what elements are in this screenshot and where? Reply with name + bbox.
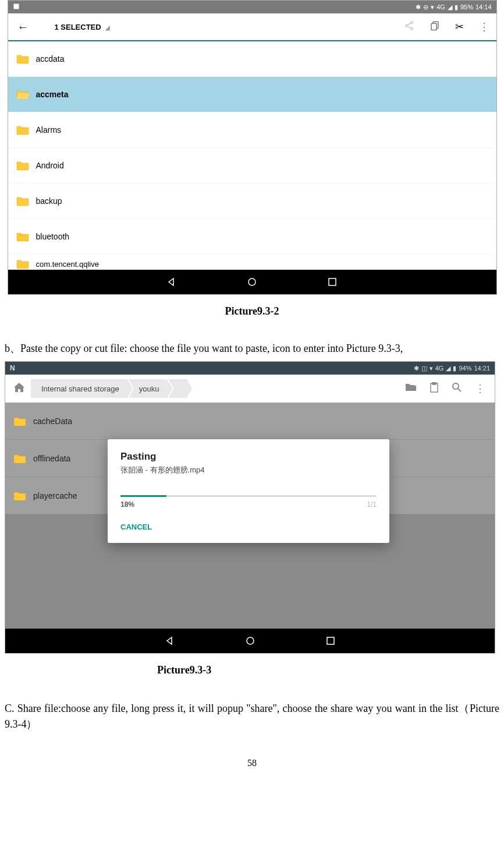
folder-label: backup — [36, 196, 62, 206]
breadcrumb-item[interactable]: Internal shared storage — [31, 379, 127, 398]
nav-recent-icon[interactable] — [327, 277, 338, 287]
svg-rect-7 — [431, 23, 436, 30]
folder-label: com.tencent.qqlive — [36, 260, 99, 269]
dropdown-icon: ◢ — [105, 24, 110, 31]
folder-list: accdata accmeta Alarms Android backup bl… — [8, 41, 496, 270]
folder-label: Alarms — [36, 125, 62, 135]
folder-label: Android — [36, 161, 64, 170]
figure-caption-1: Picture9.3-2 — [0, 305, 504, 317]
nav-recent-icon[interactable] — [325, 636, 336, 646]
bluetooth-icon: ✱ — [414, 365, 419, 372]
folder-label: accdata — [36, 54, 65, 63]
svg-rect-16 — [327, 637, 334, 644]
folder-icon — [13, 453, 26, 464]
svg-point-13 — [453, 383, 459, 389]
paragraph-c: C. Share file:choose any file, long pres… — [5, 701, 499, 732]
clock: 14:14 — [475, 3, 492, 10]
folder-icon — [16, 54, 29, 64]
copy-icon[interactable] — [430, 20, 440, 34]
bluetooth-icon: ✱ — [416, 3, 421, 11]
folder-row[interactable]: cacheData — [5, 403, 495, 440]
cell-signal-icon: ◢ — [448, 3, 452, 11]
wifi-icon: ▾ — [431, 3, 434, 11]
cell-signal-label: 4G — [436, 3, 445, 10]
dialog-title: Pasting — [120, 451, 377, 463]
progress-fill — [120, 495, 166, 497]
svg-text:+: + — [414, 383, 417, 388]
folder-icon — [16, 196, 29, 206]
more-icon[interactable]: ⋮ — [479, 20, 489, 33]
folder-label: bluetooth — [36, 232, 70, 241]
progress-bar — [120, 495, 377, 497]
nav-home-icon[interactable] — [247, 277, 257, 287]
battery-icon: ▮ — [453, 365, 456, 372]
android-nav-bar — [5, 629, 495, 653]
nav-home-icon[interactable] — [245, 636, 255, 646]
breadcrumb-item[interactable]: youku — [129, 379, 168, 398]
nav-back-icon[interactable] — [165, 636, 175, 646]
paste-icon[interactable] — [430, 382, 439, 396]
android-nav-bar — [8, 270, 496, 294]
folder-label: playercache — [33, 491, 77, 500]
folder-row[interactable]: com.tencent.qqlive — [8, 255, 496, 270]
battery-icon: ▮ — [455, 3, 458, 11]
battery-percent: 95% — [460, 3, 473, 10]
folder-row-selected[interactable]: accmeta — [8, 77, 496, 112]
paste-dialog: Pasting 张韶涵 - 有形的翅膀.mp4 18% 1/1 CANCEL — [108, 439, 389, 543]
cut-icon[interactable]: ✂ — [455, 20, 464, 33]
progress-count: 1/1 — [367, 500, 377, 509]
screenshot-9-3-3: N ✱ ◫ ▾ 4G ◢ ▮ 94% 14:21 Internal shared… — [5, 361, 495, 654]
folder-row[interactable]: accdata — [8, 41, 496, 77]
svg-line-14 — [458, 389, 461, 391]
folder-icon — [16, 125, 29, 135]
wifi-icon: ▾ — [430, 365, 433, 372]
svg-line-4 — [407, 23, 411, 25]
notification-icon — [13, 3, 20, 12]
svg-line-5 — [407, 26, 411, 28]
folder-row[interactable]: Alarms — [8, 112, 496, 148]
folder-icon — [13, 416, 26, 426]
svg-point-15 — [247, 637, 254, 644]
page-number: 58 — [0, 758, 504, 774]
cancel-button[interactable]: CANCEL — [120, 523, 377, 531]
screenshot-9-3-2: ✱ ⊖ ▾ 4G ◢ ▮ 95% 14:14 ← 1 SELECTED ◢ ✂ … — [8, 0, 497, 295]
nav-back-icon[interactable] — [166, 277, 177, 287]
status-bar: ✱ ⊖ ▾ 4G ◢ ▮ 95% 14:14 — [8, 1, 496, 13]
app-bar: Internal shared storage youku + ⋮ — [5, 375, 495, 403]
svg-rect-9 — [329, 278, 336, 285]
selection-title[interactable]: 1 SELECTED ◢ — [31, 23, 404, 31]
share-icon[interactable] — [404, 20, 414, 34]
status-bar: N ✱ ◫ ▾ 4G ◢ ▮ 94% 14:21 — [5, 362, 495, 375]
notification-icon: N — [10, 364, 15, 372]
folder-open-icon — [16, 89, 29, 100]
svg-rect-12 — [432, 382, 436, 384]
folder-icon — [16, 160, 29, 171]
folder-label: cacheData — [33, 417, 72, 426]
clock: 14:21 — [474, 365, 490, 372]
app-bar: ← 1 SELECTED ◢ ✂ ⋮ — [8, 13, 496, 41]
search-icon[interactable] — [452, 382, 462, 396]
folder-row[interactable]: Android — [8, 148, 496, 184]
paragraph-b: b、Paste the copy or cut file: choose the… — [5, 341, 499, 357]
folder-icon — [16, 259, 29, 269]
folder-icon — [16, 231, 29, 242]
progress-percent: 18% — [120, 500, 134, 509]
breadcrumb: Internal shared storage youku — [31, 379, 405, 398]
folder-label: accmeta — [36, 90, 69, 99]
dialog-filename: 张韶涵 - 有形的翅膀.mp4 — [120, 465, 377, 475]
figure-caption-2: Picture9.3-3 — [0, 664, 504, 676]
battery-percent: 94% — [459, 365, 471, 372]
home-icon[interactable] — [13, 382, 27, 396]
folder-row[interactable]: bluetooth — [8, 219, 496, 255]
dnd-icon: ⊖ — [423, 3, 428, 11]
more-icon[interactable]: ⋮ — [475, 382, 485, 395]
svg-point-8 — [249, 278, 255, 285]
folder-row[interactable]: backup — [8, 184, 496, 219]
vibrate-icon: ◫ — [421, 365, 427, 372]
folder-icon — [13, 491, 26, 501]
cell-signal-icon: ◢ — [446, 365, 450, 372]
svg-rect-0 — [14, 4, 19, 9]
back-button[interactable]: ← — [15, 20, 31, 34]
folder-label: offlinedata — [33, 454, 70, 463]
new-folder-icon[interactable]: + — [405, 383, 417, 395]
